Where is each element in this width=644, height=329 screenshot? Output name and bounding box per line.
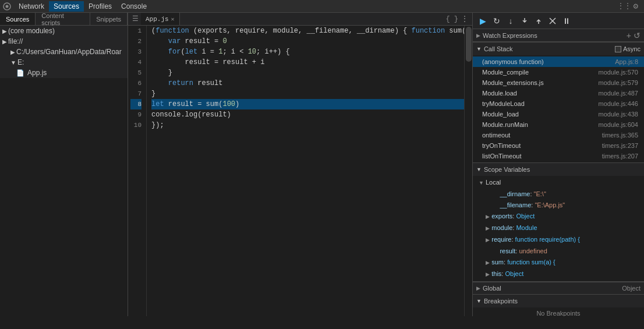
code-line-2: var result = 0 bbox=[151, 36, 464, 47]
editor-scrollbar[interactable] bbox=[464, 26, 472, 316]
scope-arrow: ▼ bbox=[476, 167, 482, 172]
breakpoints-title: Breakpoints bbox=[484, 298, 518, 305]
pretty-print-icon[interactable]: { } bbox=[445, 15, 458, 23]
source-tab-bar: Sources Content scripts Snippets bbox=[0, 13, 128, 26]
tree-core-modules[interactable]: ▶ (core modules) bbox=[0, 26, 128, 36]
tree-appjs-file[interactable]: 📄 App.js bbox=[0, 68, 128, 78]
breakpoints-arrow: ▼ bbox=[476, 298, 482, 304]
call-stack-row[interactable]: Module.runMainmodule.js:604 bbox=[473, 119, 644, 130]
code-content[interactable]: (function (exports, require, module, __f… bbox=[147, 26, 464, 316]
editor-tab-bar: ☰ App.js ✕ { } ⋮ bbox=[128, 13, 472, 26]
scope-variables-section: ▼ Scope Variables ▼Local __dirname: "E:\… bbox=[473, 163, 644, 282]
call-stack-header[interactable]: ▼ Call Stack Async bbox=[473, 43, 644, 55]
watch-expressions-title: Watch Expressions bbox=[483, 32, 537, 39]
code-line-1: (function (exports, require, module, __f… bbox=[151, 26, 464, 36]
call-stack-arrow: ▼ bbox=[476, 46, 482, 52]
code-line-8: let result = sum(100) bbox=[151, 99, 464, 109]
watch-expressions-section: ▶ Watch Expressions + ↺ bbox=[473, 29, 644, 43]
scrollbar-thumb[interactable] bbox=[466, 27, 472, 62]
scope-var-row[interactable]: ▶this: Object bbox=[473, 268, 644, 280]
step-out-button[interactable] bbox=[532, 15, 545, 27]
tab-snippets[interactable]: Snippets bbox=[90, 13, 128, 25]
call-stack-row[interactable]: Module.loadmodule.js:487 bbox=[473, 88, 644, 98]
devtools-icon bbox=[2, 2, 12, 11]
scope-var-row[interactable]: ▶exports: Object bbox=[473, 211, 644, 222]
line-numbers: 12345678910 bbox=[128, 26, 147, 316]
more-tools-icon[interactable]: ⋮⋮ bbox=[617, 2, 631, 10]
step-into-button[interactable] bbox=[518, 15, 531, 27]
call-stack-row[interactable]: Module_compilemodule.js:570 bbox=[473, 67, 644, 77]
breakpoints-empty: No Breakpoints bbox=[473, 307, 644, 316]
restart-button[interactable]: ↻ bbox=[490, 15, 503, 27]
we-arrow-icon: ▶ bbox=[476, 33, 480, 38]
scope-var-row[interactable]: ▶require: function require(path) { bbox=[473, 234, 644, 246]
tree-appdata-folder[interactable]: ▶ C:/Users/GanHuan/AppData/Roar bbox=[0, 47, 128, 57]
call-stack-row[interactable]: ontimeouttimers.js:365 bbox=[473, 130, 644, 140]
watch-expressions-header[interactable]: ▶ Watch Expressions + ↺ bbox=[473, 29, 644, 42]
scope-var-row[interactable]: result: undefined bbox=[473, 246, 644, 257]
global-arrow: ▶ bbox=[476, 285, 480, 291]
right-panel: ▶ ↻ ↓ ⏸ bbox=[472, 13, 644, 316]
svg-point-1 bbox=[6, 5, 9, 8]
deactivate-button[interactable] bbox=[546, 15, 559, 27]
call-stack-row[interactable]: tryOnTimeouttimers.js:237 bbox=[473, 140, 644, 151]
menu-network[interactable]: Network bbox=[14, 1, 49, 12]
breakpoints-section: ▼ Breakpoints No Breakpoints bbox=[473, 295, 644, 316]
arrow-icon: ▶ bbox=[10, 49, 15, 55]
code-editor: 12345678910 (function (exports, require,… bbox=[128, 26, 472, 316]
code-line-4: result = result + i bbox=[151, 57, 464, 68]
code-line-10: }); bbox=[151, 120, 464, 130]
scope-variables-header[interactable]: ▼ Scope Variables bbox=[473, 163, 644, 176]
tab-sources[interactable]: Sources bbox=[0, 13, 36, 25]
menu-console[interactable]: Console bbox=[116, 1, 151, 12]
arrow-icon: ▶ bbox=[2, 38, 7, 45]
code-line-5: } bbox=[151, 68, 464, 78]
scope-var-row[interactable]: __dirname: "E:\" bbox=[473, 189, 644, 200]
scope-var-row[interactable]: ▶sum: function sum(a) { bbox=[473, 257, 644, 268]
file-icon: 📄 bbox=[16, 69, 24, 77]
async-checkbox[interactable] bbox=[615, 46, 621, 52]
scope-local-header[interactable]: ▼Local bbox=[473, 177, 644, 189]
async-label: Async bbox=[623, 45, 641, 52]
code-line-9: console.log(result) bbox=[151, 109, 464, 120]
editor-area: ☰ App.js ✕ { } ⋮ 12345678910 (function (… bbox=[128, 13, 472, 316]
call-stack-title: Call Stack bbox=[484, 45, 513, 52]
breakpoints-header[interactable]: ▼ Breakpoints bbox=[473, 295, 644, 307]
right-panel-scroll[interactable]: ▶ Watch Expressions + ↺ ▼ Call Stack bbox=[473, 29, 644, 316]
scope-variables-content: ▼Local __dirname: "E:\" __filename: "E:\… bbox=[473, 176, 644, 281]
global-label: Global bbox=[483, 285, 501, 292]
column-view-icon[interactable]: ⋮ bbox=[461, 14, 469, 24]
menu-bar: Network Sources Profiles Console ⋮⋮ ⚙ bbox=[0, 0, 644, 13]
tab-content-scripts[interactable]: Content scripts bbox=[36, 13, 90, 25]
refresh-watch-button[interactable]: ↺ bbox=[634, 31, 641, 40]
add-watch-button[interactable]: + bbox=[627, 31, 631, 40]
editor-tab-appjs[interactable]: App.js ✕ bbox=[141, 13, 180, 25]
close-tab-button[interactable]: ✕ bbox=[171, 16, 175, 23]
main-layout: Sources Content scripts Snippets ▶ (core… bbox=[0, 13, 644, 316]
global-value: Object bbox=[622, 285, 641, 292]
call-stack-row[interactable]: listOnTimeouttimers.js:207 bbox=[473, 151, 644, 161]
code-line-6: return result bbox=[151, 78, 464, 89]
collapse-sidebar-icon[interactable]: ☰ bbox=[129, 15, 141, 23]
scope-var-row[interactable]: ▶module: Module bbox=[473, 222, 644, 234]
arrow-icon: ▶ bbox=[2, 28, 7, 34]
tree-file-protocol[interactable]: ▶ file:// bbox=[0, 36, 128, 47]
call-stack-row[interactable]: tryModuleLoadmodule.js:446 bbox=[473, 98, 644, 109]
menu-sources[interactable]: Sources bbox=[49, 1, 84, 12]
menu-profiles[interactable]: Profiles bbox=[84, 1, 116, 12]
arrow-icon: ▼ bbox=[10, 59, 16, 66]
settings-icon[interactable]: ⚙ bbox=[634, 1, 638, 11]
call-stack-row[interactable]: (anonymous function)App.js:8 bbox=[473, 56, 644, 67]
global-section[interactable]: ▶ Global Object bbox=[473, 282, 644, 295]
call-stack-row[interactable]: Module_loadmodule.js:438 bbox=[473, 109, 644, 119]
call-stack-section: ▼ Call Stack Async (anonymous function)A… bbox=[473, 43, 644, 163]
pause-button[interactable]: ⏸ bbox=[560, 15, 573, 27]
file-tree: ▶ (core modules) ▶ file:// ▶ C:/Users/Ga… bbox=[0, 26, 128, 78]
scope-variables-title: Scope Variables bbox=[484, 166, 530, 173]
call-stack-row[interactable]: Module_extensions.jsmodule.js:579 bbox=[473, 77, 644, 88]
scope-var-row[interactable]: __filename: "E:\App.js" bbox=[473, 200, 644, 211]
resume-button[interactable]: ▶ bbox=[476, 15, 489, 27]
tree-e-folder[interactable]: ▼ E: bbox=[0, 57, 128, 68]
code-line-7: } bbox=[151, 89, 464, 99]
step-over-button[interactable]: ↓ bbox=[504, 15, 517, 27]
